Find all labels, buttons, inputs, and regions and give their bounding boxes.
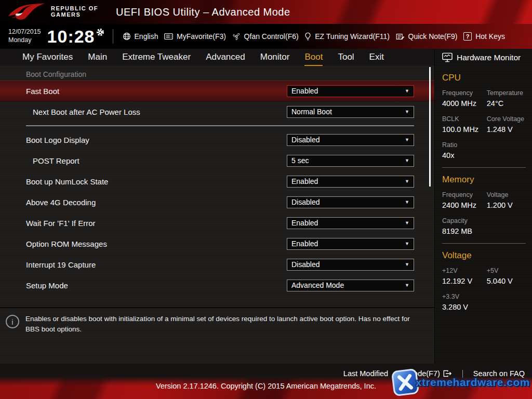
chevron-down-icon: ▼ xyxy=(405,179,409,184)
setting-row-above-4g-decoding[interactable]: Above 4G Decoding Disabled ▼ xyxy=(0,192,434,212)
hardware-monitor-title: Hardware Monitor xyxy=(457,53,521,62)
time-display[interactable]: 10:28 xyxy=(47,26,104,46)
tab-main[interactable]: Main xyxy=(88,52,107,66)
memory-section-title: Memory xyxy=(442,175,526,185)
rog-logo-icon xyxy=(7,2,46,22)
boot-logo-display-select[interactable]: Disabled ▼ xyxy=(287,134,414,146)
setting-label: Boot Logo Display xyxy=(26,136,89,144)
sidebar-separator xyxy=(442,243,526,244)
above-4g-decoding-select[interactable]: Disabled ▼ xyxy=(287,196,414,208)
info-icon: i xyxy=(6,315,19,328)
select-value: Disabled xyxy=(291,260,320,269)
lightbulb-icon xyxy=(304,32,311,41)
gear-icon[interactable] xyxy=(96,28,104,36)
watermark-text: xtremehardware.com xyxy=(416,376,530,389)
memory-voltage: Voltage 1.200 V xyxy=(487,191,526,209)
chevron-down-icon: ▼ xyxy=(405,241,409,246)
ez-tuning-wizard-button[interactable]: EZ Tuning Wizard(F11) xyxy=(304,32,390,41)
question-box-icon: ? xyxy=(463,32,472,41)
qfan-control-button[interactable]: Qfan Control(F6) xyxy=(232,32,299,41)
cpu-section-title: CPU xyxy=(442,73,526,83)
setting-row-boot-logo-display[interactable]: Boot Logo Display Disabled ▼ xyxy=(0,129,434,150)
setting-label: Fast Boot xyxy=(26,87,59,96)
hot-keys-button[interactable]: ? Hot Keys xyxy=(463,32,505,41)
setting-row-fast-boot[interactable]: Fast Boot Enabled ▼ xyxy=(0,81,434,101)
favorites-list-icon xyxy=(164,33,173,40)
cpu-bclk: BCLK 100.0 MHz xyxy=(442,115,484,134)
tab-exit[interactable]: Exit xyxy=(369,52,384,66)
select-value: Enabled xyxy=(291,219,318,227)
hardware-monitor-header: Hardware Monitor xyxy=(442,49,526,66)
option-rom-messages-select[interactable]: Enabled ▼ xyxy=(287,238,414,250)
setting-row-post-report[interactable]: POST Report 5 sec ▼ xyxy=(0,150,434,171)
select-value: Advanced Mode xyxy=(291,281,344,289)
select-value: Normal Boot xyxy=(291,108,332,116)
toolbar: 12/07/2015 Monday 10:28 English MyFavori… xyxy=(0,24,532,49)
page-title: UEFI BIOS Utility – Advanced Mode xyxy=(116,6,290,18)
select-value: Enabled xyxy=(291,240,318,248)
tab-tool[interactable]: Tool xyxy=(338,52,354,66)
setting-label: Boot up NumLock State xyxy=(26,177,108,186)
fan-icon xyxy=(232,32,241,41)
clock-time: 10:28 xyxy=(47,26,95,46)
watermark: xtremehardware.com xyxy=(391,368,530,397)
voltage-metrics: +12V 12.192 V +5V 5.040 V +3.3V 3.280 V xyxy=(442,267,526,311)
setting-label: POST Report xyxy=(26,156,79,165)
language-button[interactable]: English xyxy=(123,32,158,41)
chevron-down-icon: ▼ xyxy=(405,137,409,142)
date-display[interactable]: 12/07/2015 Monday xyxy=(8,28,41,44)
voltage-12v: +12V 12.192 V xyxy=(442,267,484,285)
cpu-temperature: Temperature 24°C xyxy=(487,89,526,108)
setting-row-next-boot-after-ac-power-loss[interactable]: Next Boot after AC Power Loss Normal Boo… xyxy=(0,101,434,122)
wait-for-f1-if-error-select[interactable]: Enabled ▼ xyxy=(287,217,414,229)
interrupt-19-capture-select[interactable]: Disabled ▼ xyxy=(287,259,414,271)
setting-label: Setup Mode xyxy=(26,281,68,290)
chevron-down-icon: ▼ xyxy=(405,262,409,267)
memory-metrics: Frequency 2400 MHz Voltage 1.200 V Capac… xyxy=(442,191,526,235)
voltage-3v3: +3.3V 3.280 V xyxy=(442,293,484,311)
chevron-down-icon: ▼ xyxy=(405,158,409,163)
scrollbar-thumb[interactable] xyxy=(429,67,431,187)
chevron-down-icon: ▼ xyxy=(405,200,409,205)
chevron-down-icon: ▼ xyxy=(405,283,409,288)
setting-row-boot-up-numlock-state[interactable]: Boot up NumLock State Enabled ▼ xyxy=(0,171,434,192)
main-column: My Favorites Main Extreme Tweaker Advanc… xyxy=(0,49,434,364)
fast-boot-select[interactable]: Enabled ▼ xyxy=(287,85,414,97)
section-title: Boot Configuration xyxy=(0,66,434,81)
select-value: Disabled xyxy=(291,198,320,206)
setup-mode-select[interactable]: Advanced Mode ▼ xyxy=(287,280,414,291)
hardware-monitor-sidebar: Hardware Monitor CPU Frequency 4000 MHz … xyxy=(434,49,532,364)
setting-label: Above 4G Decoding xyxy=(26,198,96,207)
brand-text: REPUBLIC OF GAMERS xyxy=(51,6,98,18)
setting-row-setup-mode[interactable]: Setup Mode Advanced Mode ▼ xyxy=(0,275,434,296)
memory-frequency: Frequency 2400 MHz xyxy=(442,191,484,209)
select-value: 5 sec xyxy=(291,156,309,165)
chevron-down-icon: ▼ xyxy=(405,109,409,114)
boot-up-numlock-state-select[interactable]: Enabled ▼ xyxy=(287,176,414,188)
toolbar-divider xyxy=(113,29,113,44)
toolbar-items: English MyFavorite(F3) Qfan Control(F6) xyxy=(123,32,532,41)
last-modified-button[interactable]: Last Modified xyxy=(343,369,388,378)
my-favorite-button[interactable]: MyFavorite(F3) xyxy=(164,32,226,41)
cpu-core-voltage: Core Voltage 1.248 V xyxy=(487,115,526,134)
quick-note-button[interactable]: Quick Note(F9) xyxy=(396,32,458,41)
cpu-metrics: Frequency 4000 MHz Temperature 24°C BCLK… xyxy=(442,89,526,159)
cpu-ratio: Ratio 40x xyxy=(442,141,484,159)
note-pencil-icon xyxy=(396,33,405,41)
globe-icon xyxy=(123,32,131,41)
tab-extreme-tweaker[interactable]: Extreme Tweaker xyxy=(122,52,191,66)
tab-boot[interactable]: Boot xyxy=(304,52,323,66)
setting-row-wait-for-f1-if-error[interactable]: Wait For 'F1' If Error Enabled ▼ xyxy=(0,212,434,233)
post-report-select[interactable]: 5 sec ▼ xyxy=(287,155,414,167)
next-boot-after-ac-power-loss-select[interactable]: Normal Boot ▼ xyxy=(287,106,414,118)
header-bar: REPUBLIC OF GAMERS UEFI BIOS Utility – A… xyxy=(0,0,532,24)
tab-my-favorites[interactable]: My Favorites xyxy=(22,52,73,66)
setting-row-interrupt-19-capture[interactable]: Interrupt 19 Capture Disabled ▼ xyxy=(0,254,434,275)
tab-monitor[interactable]: Monitor xyxy=(260,52,290,66)
select-value: Enabled xyxy=(291,177,318,185)
memory-capacity: Capacity 8192 MB xyxy=(442,217,484,235)
setting-label: Option ROM Messages xyxy=(26,240,107,248)
setting-row-option-rom-messages[interactable]: Option ROM Messages Enabled ▼ xyxy=(0,233,434,254)
tab-advanced[interactable]: Advanced xyxy=(206,52,245,66)
sidebar-separator xyxy=(442,167,526,168)
